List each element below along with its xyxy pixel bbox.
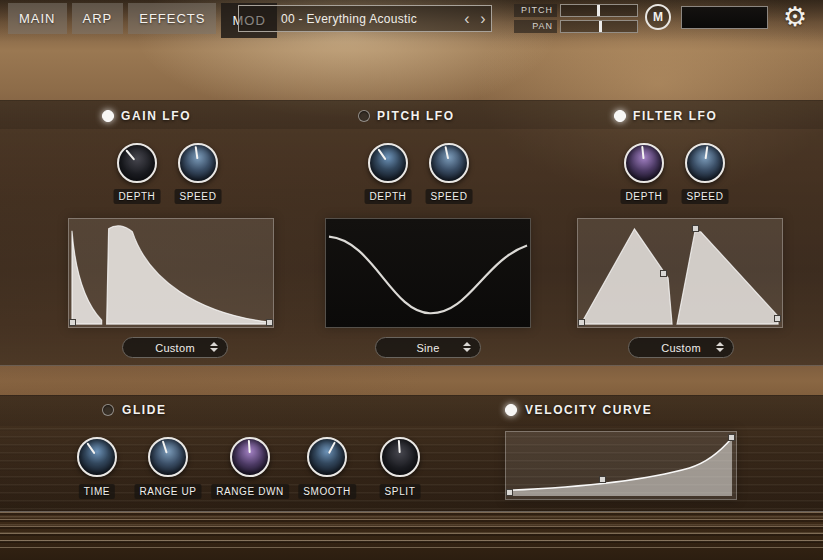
glide-time-label: TIME: [79, 484, 115, 499]
select-value: Custom: [661, 342, 701, 354]
pitch-slider[interactable]: [560, 4, 638, 17]
gain-depth-knob[interactable]: [117, 143, 157, 183]
pitch-lfo-led[interactable]: [358, 110, 370, 122]
filter-waveform-svg: [578, 219, 782, 327]
pitch-depth-label: DEPTH: [365, 189, 412, 204]
waveform-handle[interactable]: [69, 319, 76, 326]
curve-handle[interactable]: [728, 434, 735, 441]
preset-name: 00 - Everything Acoustic: [239, 12, 459, 26]
curve-handle[interactable]: [599, 476, 606, 483]
gain-speed-knob[interactable]: [178, 143, 218, 183]
preset-prev-button[interactable]: ‹: [459, 6, 475, 31]
glide-time-knob[interactable]: [77, 437, 117, 477]
knob-pointer: [125, 149, 135, 160]
pitch-wave-select[interactable]: Sine: [375, 337, 481, 358]
pitch-row: PITCH: [514, 4, 638, 17]
level-meter: [681, 6, 768, 29]
tab-main[interactable]: MAIN: [8, 3, 67, 34]
pan-slider[interactable]: [560, 20, 638, 33]
nav-tabs: MAIN ARP EFFECTS MOD: [8, 3, 277, 38]
gain-lfo-led[interactable]: [102, 110, 114, 122]
velocity-curve-svg: [506, 432, 736, 499]
sine-waveform-svg: [326, 219, 530, 327]
pitch-slider-handle[interactable]: [597, 5, 600, 16]
pitch-speed-knob[interactable]: [429, 143, 469, 183]
select-arrows-icon: [463, 342, 471, 352]
curve-fill-path: [509, 438, 732, 496]
waveform-path: [72, 231, 102, 324]
knob-pointer: [444, 146, 449, 159]
waveform-path: [329, 237, 527, 314]
tab-effects[interactable]: EFFECTS: [128, 3, 216, 34]
knob-pointer: [86, 443, 95, 455]
gear-icon[interactable]: ⚙: [783, 1, 807, 33]
knob-pointer: [377, 149, 386, 161]
tab-arp[interactable]: ARP: [72, 3, 124, 34]
gain-lfo-title: GAIN LFO: [121, 109, 191, 123]
knob-pointer: [641, 146, 644, 159]
waveform-path: [581, 229, 672, 324]
waveform-handle[interactable]: [266, 319, 273, 326]
waveform-handle[interactable]: [578, 319, 585, 326]
gain-speed-label: SPEED: [175, 189, 222, 204]
gain-wave-select[interactable]: Custom: [122, 337, 228, 358]
pitch-depth-knob[interactable]: [368, 143, 408, 183]
preset-next-button[interactable]: ›: [475, 6, 491, 31]
filter-lfo-led[interactable]: [614, 110, 626, 122]
waveform-handle[interactable]: [660, 270, 667, 277]
glide-range-up-label: RANGE UP: [134, 484, 201, 499]
gain-lfo-waveform-display[interactable]: [68, 218, 274, 328]
knob-pointer: [705, 146, 709, 159]
waveform-path: [677, 232, 778, 324]
filter-speed-knob[interactable]: [685, 143, 725, 183]
preset-selector[interactable]: 00 - Everything Acoustic ‹ ›: [238, 5, 492, 32]
glide-range-down-label: RANGE DWN: [211, 484, 289, 499]
pitch-label: PITCH: [514, 4, 557, 17]
glide-smooth-label: SMOOTH: [298, 484, 356, 499]
select-value: Sine: [416, 342, 439, 354]
glide-split-knob[interactable]: [380, 437, 420, 477]
glide-title: GLIDE: [122, 403, 167, 417]
waveform-path: [107, 226, 269, 324]
waveform-handle[interactable]: [692, 225, 699, 232]
velocity-curve-display[interactable]: [505, 431, 737, 500]
filter-wave-select[interactable]: Custom: [628, 337, 734, 358]
knob-pointer: [195, 146, 199, 159]
select-value: Custom: [155, 342, 195, 354]
glide-led[interactable]: [102, 404, 114, 416]
guitar-strings-bottom: [0, 512, 823, 548]
filter-speed-label: SPEED: [682, 189, 729, 204]
pitch-lfo-title: PITCH LFO: [377, 109, 455, 123]
knob-pointer: [398, 440, 401, 453]
curve-handle[interactable]: [506, 489, 513, 496]
select-arrows-icon: [210, 342, 218, 352]
pitch-pan-group: PITCH PAN: [514, 4, 638, 33]
knob-pointer: [328, 442, 336, 454]
velocity-curve-led[interactable]: [505, 404, 517, 416]
filter-depth-knob[interactable]: [624, 143, 664, 183]
waveform-handle[interactable]: [774, 315, 781, 322]
select-arrows-icon: [716, 342, 724, 352]
filter-depth-label: DEPTH: [621, 189, 668, 204]
filter-lfo-title: FILTER LFO: [633, 109, 717, 123]
velocity-curve-title: VELOCITY CURVE: [525, 403, 652, 417]
glide-smooth-knob[interactable]: [307, 437, 347, 477]
glide-split-label: SPLIT: [380, 484, 421, 499]
pan-row: PAN: [514, 20, 638, 33]
pan-slider-handle[interactable]: [599, 21, 602, 32]
gain-waveform-svg: [69, 219, 273, 327]
pitch-speed-label: SPEED: [426, 189, 473, 204]
mute-button[interactable]: M: [645, 4, 671, 30]
pan-label: PAN: [514, 20, 557, 33]
knob-pointer: [162, 441, 168, 454]
glide-range-down-knob[interactable]: [230, 437, 270, 477]
knob-pointer: [248, 440, 251, 453]
gain-depth-label: DEPTH: [114, 189, 161, 204]
glide-range-up-knob[interactable]: [148, 437, 188, 477]
pitch-lfo-waveform-display[interactable]: [325, 218, 531, 328]
filter-lfo-waveform-display[interactable]: [577, 218, 783, 328]
